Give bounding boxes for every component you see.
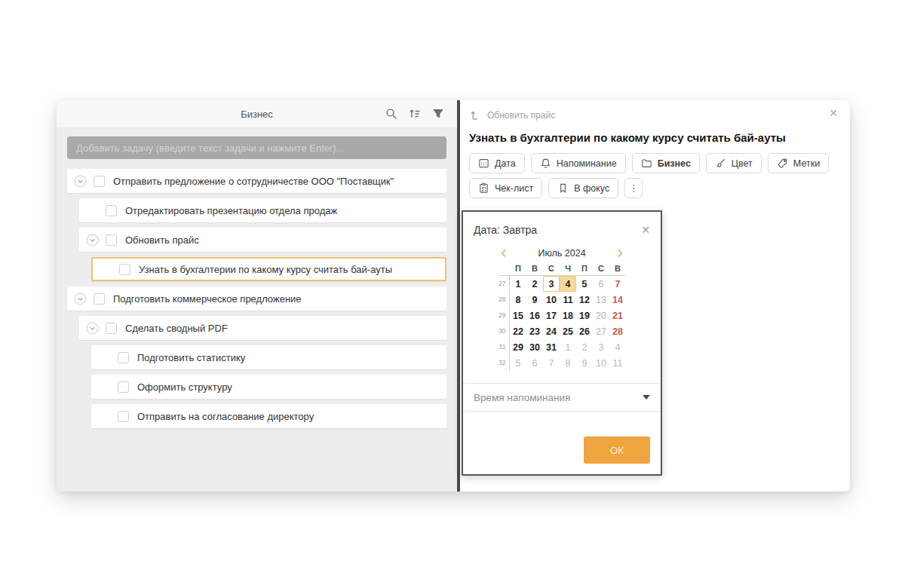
task-row[interactable]: Отправить на согласование директору: [91, 404, 446, 428]
reminder-time-select[interactable]: Время напоминания: [463, 383, 661, 412]
calendar-day[interactable]: 4: [609, 339, 626, 355]
chevron-down-icon[interactable]: [86, 322, 99, 335]
task-checkbox[interactable]: [94, 176, 105, 187]
calendar-day[interactable]: 6: [526, 355, 543, 371]
calendar-day[interactable]: 10: [593, 355, 609, 371]
calendar-day[interactable]: 10: [543, 292, 560, 308]
search-icon[interactable]: [385, 107, 398, 121]
calendar-day[interactable]: 16: [526, 308, 543, 323]
chip-label: Напоминание: [557, 158, 617, 169]
task-checkbox[interactable]: [118, 381, 129, 393]
task-label: Подготовить статистику: [137, 352, 245, 363]
folder-icon: [641, 158, 652, 169]
calendar-day[interactable]: 19: [576, 308, 593, 323]
checklist-icon: [478, 182, 489, 194]
calendar-day[interactable]: 7: [609, 276, 626, 292]
task-checkbox[interactable]: [106, 234, 117, 246]
task-checkbox[interactable]: [119, 264, 130, 275]
project-chip[interactable]: Бизнес: [632, 153, 700, 173]
add-task-input[interactable]: [67, 136, 446, 159]
tags-chip[interactable]: Метки: [768, 153, 829, 173]
calendar-day[interactable]: 31: [543, 339, 560, 355]
breadcrumb-parent-task[interactable]: Обновить прайс: [487, 110, 555, 121]
task-checkbox[interactable]: [106, 205, 117, 216]
calendar-day[interactable]: 26: [576, 323, 593, 339]
breadcrumb: Обновить прайс: [469, 100, 841, 123]
week-number: 32: [498, 355, 509, 371]
calendar-week-row: 32567891011: [498, 355, 626, 371]
task-row[interactable]: Оформить структуру: [91, 375, 446, 399]
week-days: 1234567: [509, 276, 626, 292]
calendar-day[interactable]: 15: [510, 308, 526, 323]
close-popup-icon[interactable]: ✕: [641, 224, 650, 236]
calendar-day[interactable]: 29: [510, 339, 526, 355]
calendar-day[interactable]: 1: [560, 339, 576, 355]
calendar-day[interactable]: 1: [510, 276, 526, 292]
sort-icon[interactable]: [408, 107, 422, 121]
focus-chip[interactable]: В фокус: [548, 178, 618, 198]
calendar-day[interactable]: 12: [576, 292, 593, 308]
calendar-day[interactable]: 2: [576, 339, 593, 355]
task-checkbox[interactable]: [118, 411, 129, 422]
task-checkbox[interactable]: [94, 293, 105, 305]
calendar-day[interactable]: 7: [543, 355, 560, 371]
calendar-day[interactable]: 22: [510, 323, 526, 339]
calendar-day[interactable]: 21: [609, 308, 626, 323]
next-month-icon[interactable]: [615, 249, 624, 258]
chevron-down-icon[interactable]: [74, 292, 87, 305]
calendar-day[interactable]: 11: [560, 292, 576, 308]
chevron-down-icon[interactable]: [86, 234, 99, 247]
calendar-day[interactable]: 24: [543, 323, 560, 339]
calendar-day[interactable]: 30: [526, 339, 543, 355]
prev-month-icon[interactable]: [499, 249, 508, 258]
calendar-day[interactable]: 18: [560, 308, 576, 323]
calendar-day[interactable]: 2: [526, 276, 543, 292]
task-row[interactable]: Узнать в бухгалтерии по какому курсу счи…: [91, 257, 446, 281]
task-row[interactable]: Подготовить статистику: [91, 345, 446, 369]
calendar-day[interactable]: 5: [576, 276, 593, 292]
task-list: Отправить предложение о сотрудничестве О…: [67, 169, 446, 428]
calendar-day[interactable]: 9: [576, 355, 593, 371]
filter-icon[interactable]: [431, 107, 445, 121]
task-row[interactable]: Отправить предложение о сотрудничестве О…: [67, 169, 446, 193]
action-chips-row-2: Чек-листВ фокус⋮: [469, 178, 841, 198]
task-row[interactable]: Обновить прайс: [79, 228, 446, 252]
calendar-day[interactable]: 20: [593, 308, 609, 323]
calendar-day[interactable]: 23: [526, 323, 543, 339]
reminder-chip[interactable]: Напоминание: [531, 153, 626, 173]
calendar-day[interactable]: 11: [609, 355, 626, 371]
calendar-day[interactable]: 5: [510, 355, 526, 371]
calendar-day[interactable]: 17: [543, 308, 560, 323]
chevron-down-icon[interactable]: [74, 175, 87, 188]
calendar-day[interactable]: 28: [609, 323, 626, 339]
calendar-day[interactable]: 9: [526, 292, 543, 308]
calendar-day[interactable]: 8: [560, 355, 576, 371]
ok-button[interactable]: ОК: [584, 436, 650, 464]
calendar-day-today[interactable]: 3: [543, 276, 560, 292]
task-row[interactable]: Отредактировать презентацию отдела прода…: [79, 198, 446, 222]
calendar-day[interactable]: 14: [609, 292, 626, 308]
task-checkbox[interactable]: [106, 323, 117, 334]
calendar-day[interactable]: 25: [560, 323, 576, 339]
week-number: 31: [498, 339, 509, 355]
close-detail-icon[interactable]: ✕: [829, 107, 838, 119]
calendar-day[interactable]: 8: [510, 292, 526, 308]
color-chip[interactable]: Цвет: [706, 153, 762, 173]
calendar-day[interactable]: 27: [593, 323, 609, 339]
calendar-day[interactable]: 6: [593, 276, 609, 292]
more-actions-button[interactable]: ⋮: [624, 178, 643, 198]
task-label: Отправить на согласование директору: [137, 411, 314, 422]
task-row[interactable]: Сделать сводный PDF: [79, 316, 446, 340]
chip-label: Метки: [793, 158, 820, 169]
task-row[interactable]: Подготовить коммерческое предложение: [67, 286, 446, 311]
task-checkbox[interactable]: [118, 352, 129, 363]
calendar-day[interactable]: 13: [593, 292, 609, 308]
reminder-time-label: Время напоминания: [474, 392, 570, 403]
checklist-chip[interactable]: Чек-лист: [469, 178, 542, 198]
date-popup-title: Дата: Завтра: [474, 224, 537, 236]
chip-label: Бизнес: [658, 158, 691, 169]
date-chip[interactable]: Дата: [469, 153, 525, 173]
calendar-day[interactable]: 3: [593, 339, 609, 355]
calendar-day-selected[interactable]: 4: [560, 276, 576, 292]
weekday-label: В: [526, 262, 543, 275]
